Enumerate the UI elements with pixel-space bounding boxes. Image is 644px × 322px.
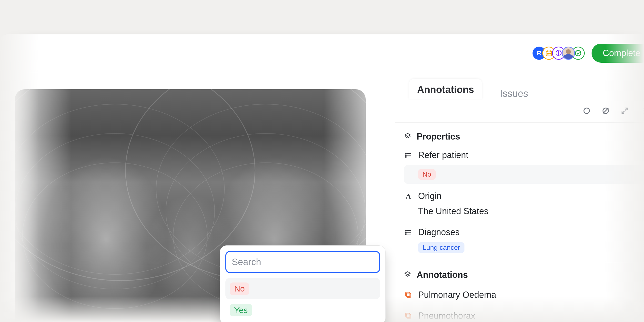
tab-annotations[interactable]: Annotations — [409, 79, 482, 99]
bbox-icon — [404, 312, 413, 320]
property-diagnoses[interactable]: Diagnoses — [404, 223, 644, 241]
svg-point-19 — [406, 153, 406, 154]
list-icon — [404, 152, 413, 159]
svg-point-3 — [547, 54, 548, 54]
svg-point-8 — [584, 108, 590, 114]
refer-patient-value-row[interactable]: No — [404, 165, 644, 184]
option-no[interactable]: No — [226, 278, 380, 299]
bbox-icon — [404, 291, 413, 298]
app-window: R Complete — [0, 34, 644, 322]
header: R Complete — [0, 34, 644, 72]
yes-pill: Yes — [230, 304, 252, 316]
refer-patient-value: No — [418, 169, 436, 180]
annotation-item[interactable]: Pulmonary Oedema — [404, 284, 644, 306]
diagnoses-label: Diagnoses — [418, 227, 460, 237]
svg-point-26 — [406, 232, 406, 233]
annotations-title: Annotations — [417, 270, 468, 280]
svg-point-14 — [643, 110, 644, 112]
search-popover: No Yes — [220, 246, 386, 322]
avatar[interactable] — [562, 46, 575, 60]
svg-point-13 — [643, 108, 644, 109]
svg-point-15 — [643, 112, 644, 114]
annotation-item[interactable]: Pneumothorax — [404, 306, 644, 322]
properties-title: Properties — [417, 132, 460, 142]
origin-label: Origin — [418, 191, 442, 201]
origin-value: The United States — [418, 206, 488, 216]
svg-point-4 — [548, 54, 549, 54]
property-origin[interactable]: A Origin — [404, 187, 644, 205]
search-input[interactable] — [226, 251, 380, 273]
svg-point-25 — [406, 230, 406, 231]
properties-section: Properties Refer patient No A Origin — [395, 123, 644, 322]
complete-button[interactable]: Complete — [592, 44, 644, 63]
svg-point-27 — [406, 234, 406, 234]
svg-point-21 — [406, 156, 406, 157]
layers-icon — [404, 271, 411, 279]
tab-issues[interactable]: Issues — [500, 88, 528, 99]
no-pill: No — [230, 282, 249, 295]
property-refer-patient[interactable]: Refer patient — [404, 146, 644, 164]
diagnoses-value: Lung cancer — [418, 242, 464, 253]
svg-point-5 — [550, 54, 550, 54]
panel-toolbar — [395, 99, 644, 122]
annotation-label: Pulmonary Oedema — [418, 290, 496, 300]
svg-point-20 — [406, 155, 406, 156]
panel-tabs: Annotations Issues — [395, 72, 644, 99]
side-panel: Annotations Issues Properties — [395, 72, 644, 322]
expand-icon[interactable] — [619, 106, 630, 116]
annotation-label: Pneumothorax — [418, 311, 475, 321]
circle-icon[interactable] — [581, 106, 592, 116]
more-icon[interactable] — [638, 106, 644, 116]
image-viewer[interactable]: No Yes — [0, 72, 395, 322]
list-icon — [404, 228, 413, 236]
refer-patient-label: Refer patient — [418, 150, 468, 160]
layers-icon — [404, 132, 411, 141]
header-icon-group: R — [536, 46, 585, 60]
null-set-icon[interactable] — [600, 106, 611, 116]
text-a-icon: A — [404, 192, 413, 200]
option-yes[interactable]: Yes — [226, 299, 380, 321]
